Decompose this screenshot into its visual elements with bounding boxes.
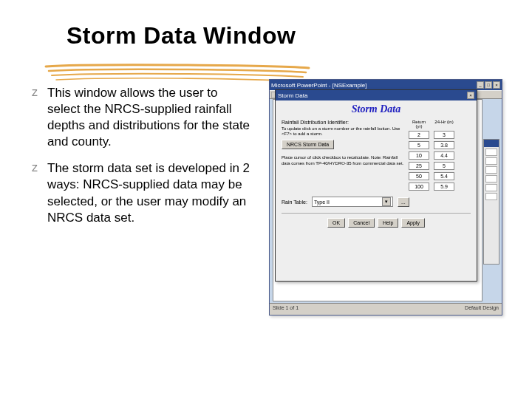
- bullet-item: z The storm data set is developed in 2 w…: [30, 160, 251, 225]
- app-statusbar: Slide 1 of 1 Default Design: [270, 303, 502, 315]
- grid-cell[interactable]: 50: [409, 172, 429, 180]
- dialog-close-button[interactable]: ×: [467, 92, 474, 99]
- side-panel-swatch[interactable]: [485, 149, 497, 156]
- help-button[interactable]: Help: [378, 218, 398, 228]
- grid-cell[interactable]: 2: [409, 131, 429, 139]
- bullet-text: This window allows the user to select th…: [47, 85, 251, 150]
- bullet-text: The storm data set is developed in 2 way…: [47, 160, 251, 225]
- dialog-title: Storm Data: [276, 100, 477, 120]
- grid-cell[interactable]: 5: [409, 141, 429, 149]
- status-right: Default Design: [465, 305, 499, 313]
- grid-cell[interactable]: 5.4: [434, 172, 454, 180]
- grid-cell[interactable]: 10: [409, 151, 429, 160]
- screenshot-area: Microsoft PowerPoint - [NSExample] _ □ ×: [269, 79, 502, 236]
- bullet-item: z This window allows the user to select …: [30, 85, 251, 150]
- rain-table-row: Rain Table: Type II ▾ ...: [282, 197, 471, 207]
- side-panel-swatch[interactable]: [485, 157, 497, 165]
- bullet-marker-icon: z: [30, 160, 40, 225]
- rain-table-label: Rain Table:: [282, 200, 307, 205]
- chevron-down-icon: ▾: [382, 197, 391, 206]
- window-controls: _ □ ×: [477, 81, 500, 89]
- grid-cell[interactable]: 3.8: [434, 141, 454, 149]
- maximize-button[interactable]: □: [485, 81, 492, 89]
- cancel-button[interactable]: Cancel: [348, 218, 375, 228]
- rain-table-value: Type II: [314, 200, 330, 205]
- side-panel-swatch[interactable]: [485, 184, 497, 191]
- bullet-marker-icon: z: [30, 85, 40, 150]
- dialog-subhead: Rainfall Distribution Identifier:: [282, 120, 404, 125]
- side-panel: [483, 139, 499, 265]
- dialog-bar-title: Storm Data: [278, 92, 307, 99]
- body-columns: z This window allows the user to select …: [30, 79, 502, 236]
- storm-data-dialog: Storm Data × Storm Data Rainfall Distrib…: [275, 89, 477, 282]
- rain-table-select[interactable]: Type II ▾: [312, 197, 393, 207]
- app-titlebar: Microsoft PowerPoint - [NSExample] _ □ ×: [270, 80, 502, 90]
- grid-cell[interactable]: 3: [434, 131, 454, 139]
- ok-button[interactable]: OK: [327, 218, 345, 228]
- dialog-hint: To update click on a storm number or the…: [282, 126, 404, 137]
- dialog-body: Rainfall Distribution Identifier: To upd…: [276, 120, 477, 232]
- grid-cell[interactable]: 5.9: [434, 183, 454, 191]
- minimize-button[interactable]: _: [477, 81, 484, 89]
- app-title: Microsoft PowerPoint - [NSExample]: [271, 82, 366, 89]
- status-left: Slide 1 of 1: [273, 305, 299, 313]
- apply-button[interactable]: Apply: [401, 218, 425, 228]
- browse-button[interactable]: ...: [398, 197, 409, 207]
- title-area: Storm Data Window: [30, 22, 502, 50]
- bullet-list: z This window allows the user to select …: [30, 79, 251, 236]
- grid-cell[interactable]: 4.4: [434, 151, 454, 160]
- slide: Storm Data Window z This window allows t…: [0, 0, 532, 399]
- side-panel-swatch[interactable]: [485, 193, 497, 200]
- slide-title: Storm Data Window: [66, 22, 502, 50]
- dialog-button-row: OK Cancel Help Apply: [282, 213, 471, 228]
- grid-header: 24-Hr (in): [434, 120, 454, 129]
- nrcs-storm-data-button[interactable]: NRCS Storm Data: [282, 140, 334, 149]
- grid-header: Return (yr): [409, 120, 429, 129]
- dialog-hint2: Place cursor of click checkbox to recalc…: [282, 155, 404, 166]
- side-panel-swatch[interactable]: [485, 166, 497, 174]
- grid-cell[interactable]: 5: [434, 162, 454, 170]
- close-button[interactable]: ×: [493, 81, 500, 89]
- grid-cell[interactable]: 25: [409, 162, 429, 170]
- grid-cell[interactable]: 100: [409, 183, 429, 191]
- rainfall-grid: Return (yr) 24-Hr (in) 2 3 5 3.8 10 4.4 …: [409, 120, 471, 191]
- dialog-titlebar: Storm Data ×: [276, 90, 477, 100]
- side-panel-header: [484, 140, 499, 147]
- dialog-window-controls: ×: [467, 92, 474, 99]
- side-panel-swatch[interactable]: [485, 175, 497, 183]
